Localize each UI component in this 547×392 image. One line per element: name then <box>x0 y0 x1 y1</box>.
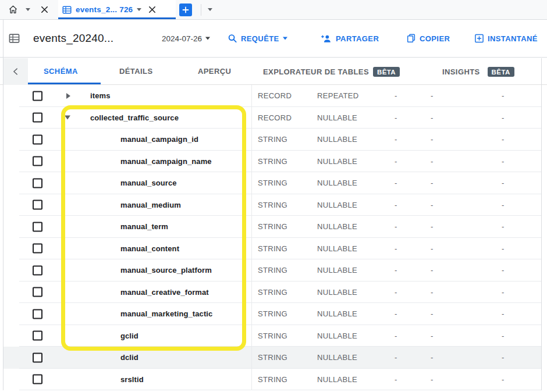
schema-row: manual_campaign_nameSTRINGNULLABLE--- <box>3 151 541 173</box>
date-selector[interactable]: 2024-07-26 <box>162 34 210 43</box>
field-name: manual_source_platform <box>120 259 212 281</box>
empty-cell: - <box>395 303 397 325</box>
new-tab-button[interactable] <box>179 3 192 16</box>
schema-row: manual_source_platformSTRINGNULLABLE--- <box>3 259 541 281</box>
field-name: items <box>90 85 110 107</box>
field-name: gclid <box>120 325 138 347</box>
row-checkbox[interactable] <box>33 352 42 362</box>
schema-row: srsltidSTRINGNULLABLE--- <box>3 369 541 391</box>
field-type: STRING <box>258 151 287 173</box>
tab-preview[interactable]: APERÇU <box>198 58 231 85</box>
schema-row: manual_creative_formatSTRINGNULLABLE--- <box>3 281 541 304</box>
bigquery-table-view: events_2... 726 events_20240... 2024-07-… <box>0 0 547 392</box>
empty-cell: - <box>431 259 434 281</box>
row-checkbox[interactable] <box>33 331 42 341</box>
row-checkbox[interactable] <box>33 200 42 210</box>
field-mode: NULLABLE <box>317 216 357 238</box>
field-name: srsltid <box>120 369 144 391</box>
editor-tab-bar: events_2... 726 <box>0 0 547 20</box>
active-tab-underline <box>58 17 176 19</box>
tab-schema[interactable]: SCHÉMA <box>44 58 78 85</box>
empty-cell: - <box>502 303 505 325</box>
field-type: STRING <box>258 194 287 216</box>
field-name: manual_campaign_name <box>120 151 212 173</box>
snapshot-button[interactable]: INSTANTANÉ <box>474 34 538 44</box>
query-button-label: REQUÊTE <box>241 34 279 43</box>
person-add-icon <box>321 34 332 44</box>
row-checkbox[interactable] <box>33 265 42 275</box>
empty-cell: - <box>395 281 397 304</box>
schema-row: manual_marketing_tacticSTRINGNULLABLE--- <box>3 303 541 325</box>
row-checkbox[interactable] <box>33 178 42 188</box>
empty-cell: - <box>502 369 505 391</box>
chevron-down-icon <box>283 37 287 40</box>
chevron-down-icon <box>205 37 210 40</box>
collapse-panel-button[interactable] <box>3 58 28 85</box>
field-mode: NULLABLE <box>317 347 357 369</box>
row-checkbox[interactable] <box>33 134 42 144</box>
field-name: manual_term <box>120 216 168 238</box>
field-name: manual_medium <box>120 194 181 216</box>
home-icon <box>8 4 19 15</box>
empty-cell: - <box>395 172 397 194</box>
field-mode: NULLABLE <box>317 325 357 347</box>
field-mode: NULLABLE <box>317 151 357 173</box>
schema-row: collected_traffic_sourceRECORDNULLABLE--… <box>3 107 541 129</box>
share-button[interactable]: PARTAGER <box>321 34 379 44</box>
empty-cell: - <box>395 347 397 369</box>
empty-cell: - <box>502 172 505 194</box>
query-button[interactable]: REQUÊTE <box>228 34 287 44</box>
empty-cell: - <box>431 85 434 107</box>
row-checkbox[interactable] <box>33 91 42 101</box>
row-checkbox[interactable] <box>33 156 42 166</box>
tab-list-caret-icon[interactable] <box>208 8 212 11</box>
collapse-arrow-icon[interactable] <box>65 116 70 120</box>
tab-options-caret-icon[interactable] <box>137 8 141 11</box>
row-checkbox[interactable] <box>33 309 42 319</box>
field-mode: NULLABLE <box>317 259 357 281</box>
tab-table-explorer[interactable]: EXPLORATEUR DE TABLES BÊTA <box>263 58 400 85</box>
home-tab-caret-icon[interactable] <box>26 8 30 11</box>
field-name: manual_source <box>120 172 177 194</box>
row-checkbox[interactable] <box>33 222 42 231</box>
empty-cell: - <box>502 107 505 129</box>
add-icon <box>182 6 190 14</box>
empty-cell: - <box>395 107 397 129</box>
field-name: manual_campaign_id <box>120 129 198 151</box>
row-checkbox[interactable] <box>33 244 42 254</box>
row-checkbox[interactable] <box>33 375 42 384</box>
home-tab-button[interactable] <box>8 0 19 19</box>
tab-insights[interactable]: INSIGHTS BÊTA <box>442 58 514 85</box>
close-icon <box>147 5 157 15</box>
empty-cell: - <box>395 85 397 107</box>
empty-cell: - <box>431 303 434 325</box>
empty-cell: - <box>431 281 434 304</box>
tab-details[interactable]: DÉTAILS <box>119 58 152 85</box>
copy-button-label: COPIER <box>420 34 450 43</box>
snapshot-button-label: INSTANTANÉ <box>488 34 538 43</box>
field-mode: NULLABLE <box>317 172 357 194</box>
page-title: events_20240... <box>33 32 113 45</box>
copy-button[interactable]: COPIER <box>406 34 450 44</box>
close-tab-button[interactable] <box>147 0 157 19</box>
schema-rows: itemsRECORDREPEATED---collected_traffic_… <box>3 85 541 390</box>
schema-row: manual_contentSTRINGNULLABLE--- <box>3 238 541 260</box>
close-icon <box>40 5 49 15</box>
snapshot-icon <box>474 34 484 44</box>
field-name: dclid <box>120 347 138 369</box>
row-checkbox[interactable] <box>33 113 42 123</box>
empty-cell: - <box>431 216 434 238</box>
expand-arrow-icon[interactable] <box>66 93 70 99</box>
field-mode: NULLABLE <box>317 369 357 391</box>
empty-cell: - <box>502 151 505 173</box>
row-checkbox[interactable] <box>33 287 42 297</box>
tab-events-table[interactable]: events_2... 726 <box>62 0 133 19</box>
column-separator <box>251 85 252 390</box>
schema-table: itemsRECORDREPEATED---collected_traffic_… <box>3 85 541 390</box>
empty-cell: - <box>395 194 397 216</box>
field-mode: NULLABLE <box>317 107 357 129</box>
close-home-tab-button[interactable] <box>40 0 49 19</box>
view-tabs-bar: SCHÉMA DÉTAILS APERÇU EXPLORATEUR DE TAB… <box>0 58 547 85</box>
empty-cell: - <box>502 259 505 281</box>
empty-cell: - <box>395 369 397 391</box>
